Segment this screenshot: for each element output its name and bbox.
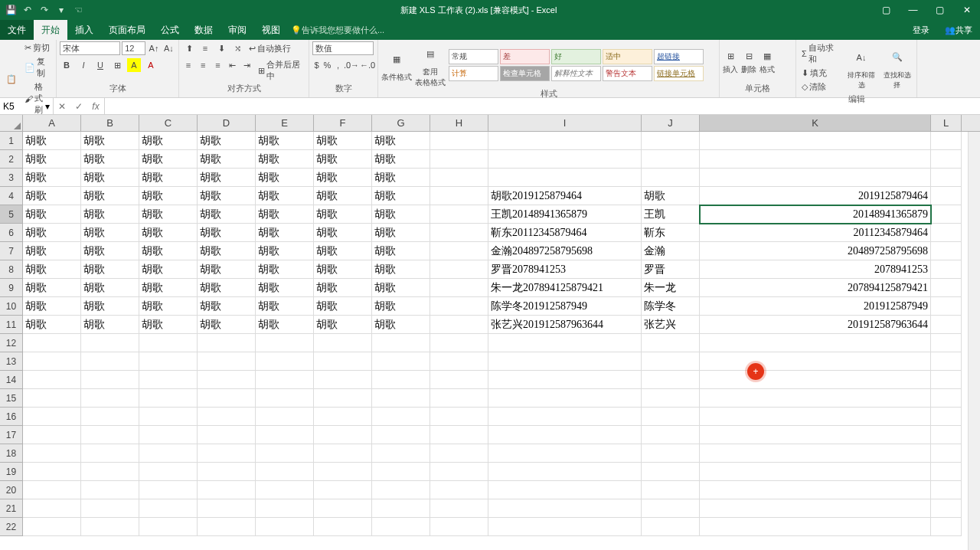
cell[interactable] bbox=[642, 334, 700, 352]
cell[interactable]: 胡歌 bbox=[139, 205, 198, 224]
cell[interactable]: 陈学冬201912587949 bbox=[488, 297, 642, 316]
cell[interactable] bbox=[931, 316, 962, 334]
align-bot-icon[interactable]: ⬇ bbox=[214, 41, 228, 55]
cell[interactable]: 张艺兴201912587963644 bbox=[488, 316, 642, 334]
cell[interactable]: 胡歌 bbox=[372, 150, 430, 169]
cell[interactable] bbox=[198, 444, 256, 463]
insert-cells-icon[interactable]: ⊞ bbox=[724, 50, 737, 64]
cell[interactable] bbox=[256, 444, 314, 463]
chevron-down-icon[interactable]: ▾ bbox=[45, 101, 50, 112]
cell[interactable] bbox=[700, 481, 931, 499]
cell[interactable]: 胡歌 bbox=[198, 205, 256, 224]
undo-icon[interactable]: ↶ bbox=[21, 4, 34, 16]
align-mid-icon[interactable]: ≡ bbox=[198, 41, 212, 55]
cell[interactable] bbox=[23, 389, 81, 408]
cell[interactable] bbox=[430, 279, 488, 297]
share-button[interactable]: 👥 共享 bbox=[937, 20, 980, 40]
cell[interactable] bbox=[139, 389, 198, 408]
cell[interactable] bbox=[256, 463, 314, 481]
currency-icon[interactable]: $ bbox=[312, 58, 321, 72]
cell[interactable]: 胡歌 bbox=[372, 297, 430, 316]
cell[interactable]: 胡歌 bbox=[314, 150, 372, 169]
cell[interactable]: 胡歌 bbox=[198, 260, 256, 279]
cell[interactable] bbox=[931, 371, 962, 389]
cell[interactable]: 胡歌 bbox=[198, 150, 256, 169]
cell[interactable] bbox=[488, 132, 642, 150]
cell[interactable] bbox=[81, 463, 139, 481]
comma-icon[interactable]: , bbox=[334, 58, 342, 72]
cell[interactable] bbox=[372, 518, 430, 536]
cell[interactable] bbox=[256, 334, 314, 352]
cell[interactable] bbox=[372, 444, 430, 463]
cell[interactable] bbox=[931, 242, 962, 260]
cell[interactable]: 胡歌 bbox=[81, 205, 139, 224]
cell[interactable] bbox=[372, 481, 430, 499]
cell[interactable] bbox=[81, 518, 139, 536]
cell[interactable] bbox=[642, 371, 700, 389]
cell[interactable] bbox=[256, 371, 314, 389]
cell[interactable] bbox=[700, 408, 931, 426]
row-header[interactable]: 2 bbox=[0, 150, 23, 169]
copy-button[interactable]: 📄 复制 bbox=[22, 55, 53, 80]
row-header[interactable]: 10 bbox=[0, 297, 23, 316]
cell[interactable] bbox=[314, 463, 372, 481]
cell[interactable]: 胡歌 bbox=[256, 316, 314, 334]
cell[interactable] bbox=[931, 481, 962, 499]
cell[interactable]: 王凯 bbox=[642, 205, 700, 224]
cell[interactable] bbox=[931, 224, 962, 242]
cell[interactable] bbox=[931, 150, 962, 169]
cell[interactable] bbox=[23, 371, 81, 389]
align-center-icon[interactable]: ≡ bbox=[197, 58, 209, 72]
col-header-B[interactable]: B bbox=[81, 115, 139, 131]
cell[interactable] bbox=[139, 408, 198, 426]
cell[interactable]: 靳东20112345879464 bbox=[488, 224, 642, 242]
style-linked[interactable]: 链接单元格 bbox=[654, 66, 704, 81]
cell[interactable] bbox=[372, 389, 430, 408]
cell[interactable] bbox=[314, 481, 372, 499]
row-header[interactable]: 6 bbox=[0, 224, 23, 242]
cell[interactable] bbox=[642, 499, 700, 518]
cell[interactable]: 胡歌 bbox=[23, 316, 81, 334]
cell[interactable]: 胡歌 bbox=[139, 187, 198, 205]
cell[interactable] bbox=[372, 371, 430, 389]
cell[interactable] bbox=[256, 408, 314, 426]
col-header-D[interactable]: D bbox=[198, 115, 256, 131]
col-header-I[interactable]: I bbox=[488, 115, 642, 131]
cell[interactable]: 罗晋2078941253 bbox=[488, 260, 642, 279]
cell[interactable] bbox=[642, 518, 700, 536]
cell[interactable]: 2078941253 bbox=[700, 260, 931, 279]
cell[interactable] bbox=[23, 408, 81, 426]
qat-more-icon[interactable]: ▾ bbox=[55, 4, 67, 16]
cell[interactable] bbox=[931, 352, 962, 371]
fill-color-icon[interactable]: A bbox=[127, 58, 141, 72]
cell[interactable] bbox=[23, 518, 81, 536]
font-size-combo[interactable]: 12 bbox=[122, 41, 145, 55]
cell[interactable] bbox=[23, 463, 81, 481]
cell[interactable] bbox=[931, 444, 962, 463]
find-select-icon[interactable]: 🔍 bbox=[887, 45, 908, 70]
row-header[interactable]: 17 bbox=[0, 426, 23, 444]
save-icon[interactable]: 💾 bbox=[5, 4, 17, 16]
tab-insert[interactable]: 插入 bbox=[67, 20, 101, 40]
cell[interactable] bbox=[430, 169, 488, 187]
fx-icon[interactable]: fx bbox=[87, 98, 104, 114]
row-header[interactable]: 22 bbox=[0, 518, 23, 536]
cell[interactable]: 胡歌 bbox=[139, 132, 198, 150]
cell[interactable] bbox=[198, 426, 256, 444]
cell[interactable]: 胡歌 bbox=[23, 297, 81, 316]
col-header-E[interactable]: E bbox=[256, 115, 314, 131]
cell[interactable]: 胡歌 bbox=[139, 224, 198, 242]
cell[interactable]: 胡歌 bbox=[23, 132, 81, 150]
clear-button[interactable]: ◇ 清除 bbox=[799, 80, 842, 93]
cell[interactable] bbox=[430, 297, 488, 316]
border-icon[interactable]: ⊞ bbox=[110, 58, 124, 72]
font-color-icon[interactable]: A bbox=[144, 58, 158, 72]
cell[interactable]: 胡歌 bbox=[372, 187, 430, 205]
cell[interactable] bbox=[700, 371, 931, 389]
style-normal[interactable]: 常规 bbox=[449, 49, 498, 64]
cell[interactable]: 胡歌 bbox=[314, 260, 372, 279]
cell[interactable] bbox=[314, 371, 372, 389]
row-header[interactable]: 4 bbox=[0, 187, 23, 205]
cell[interactable] bbox=[931, 169, 962, 187]
cell[interactable]: 胡歌 bbox=[139, 260, 198, 279]
